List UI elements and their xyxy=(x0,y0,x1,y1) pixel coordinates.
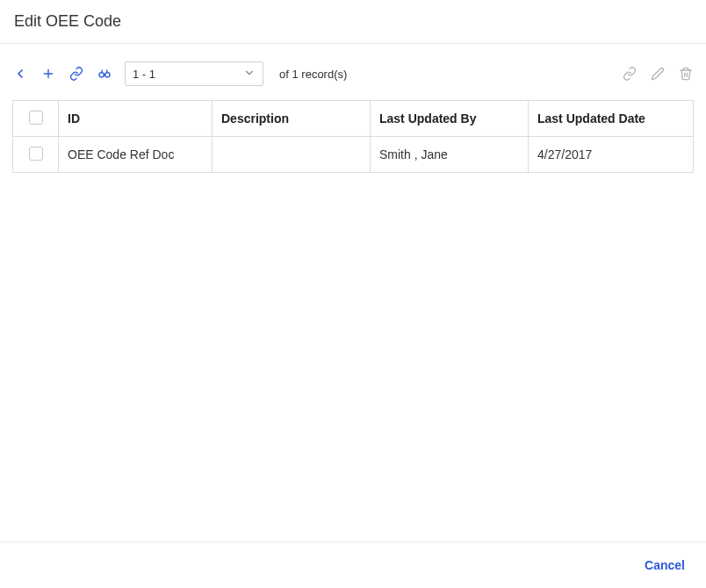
table-row[interactable]: OEE Code Ref Doc Smith , Jane 4/27/2017 xyxy=(13,137,694,173)
row-checkbox-cell xyxy=(13,137,59,173)
toolbar-left: 1 - 1 of 1 record(s) xyxy=(12,61,347,86)
select-all-checkbox[interactable] xyxy=(29,111,43,125)
cancel-button[interactable]: Cancel xyxy=(645,558,685,572)
column-header-description[interactable]: Description xyxy=(213,101,371,137)
row-checkbox[interactable] xyxy=(29,147,43,161)
page-range-value: 1 - 1 xyxy=(133,68,155,81)
delete-button[interactable] xyxy=(678,66,694,82)
edit-button[interactable] xyxy=(650,66,666,82)
link-icon xyxy=(69,67,83,81)
unlink-icon xyxy=(623,67,637,81)
link-button[interactable] xyxy=(68,66,84,82)
cell-description xyxy=(213,137,371,173)
toolbar: 1 - 1 of 1 record(s) xyxy=(0,44,706,100)
back-button[interactable] xyxy=(12,66,28,82)
page-range-select[interactable]: 1 - 1 xyxy=(125,61,263,86)
binoculars-icon xyxy=(97,67,112,81)
svg-point-3 xyxy=(105,73,110,77)
column-header-id[interactable]: ID xyxy=(59,101,213,137)
pencil-icon xyxy=(651,67,665,81)
data-table: ID Description Last Updated By Last Upda… xyxy=(12,100,694,173)
chevron-left-icon xyxy=(13,67,27,81)
header-checkbox-cell xyxy=(13,101,59,137)
plus-icon xyxy=(41,67,55,81)
find-button[interactable] xyxy=(97,66,112,82)
table-header-row: ID Description Last Updated By Last Upda… xyxy=(13,101,694,137)
svg-point-2 xyxy=(99,73,104,77)
toolbar-right xyxy=(622,66,694,82)
dialog-header: Edit OEE Code xyxy=(0,0,706,44)
add-button[interactable] xyxy=(40,66,56,82)
unlink-button[interactable] xyxy=(622,66,638,82)
table-container: ID Description Last Updated By Last Upda… xyxy=(0,100,706,173)
trash-icon xyxy=(679,67,693,81)
column-header-last-updated-by[interactable]: Last Updated By xyxy=(371,101,529,137)
page-title: Edit OEE Code xyxy=(14,12,692,31)
record-count-label: of 1 record(s) xyxy=(279,68,347,81)
column-header-last-updated-date[interactable]: Last Updated Date xyxy=(529,101,694,137)
dialog-footer: Cancel xyxy=(0,541,706,588)
cell-last-updated-date: 4/27/2017 xyxy=(529,137,694,173)
cell-last-updated-by: Smith , Jane xyxy=(371,137,529,173)
chevron-down-icon xyxy=(243,67,256,82)
cell-id: OEE Code Ref Doc xyxy=(59,137,213,173)
